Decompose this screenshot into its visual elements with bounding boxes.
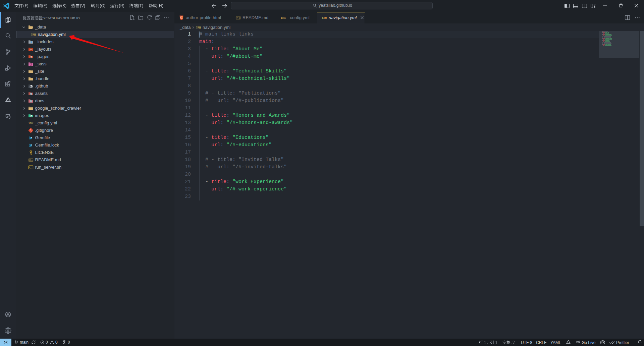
svg-text:YML: YML [29,121,34,125]
svg-text:YML: YML [196,26,202,29]
svg-text:YML: YML [322,16,327,19]
svg-text:YML: YML [31,33,37,36]
svg-text:YML: YML [281,16,286,19]
